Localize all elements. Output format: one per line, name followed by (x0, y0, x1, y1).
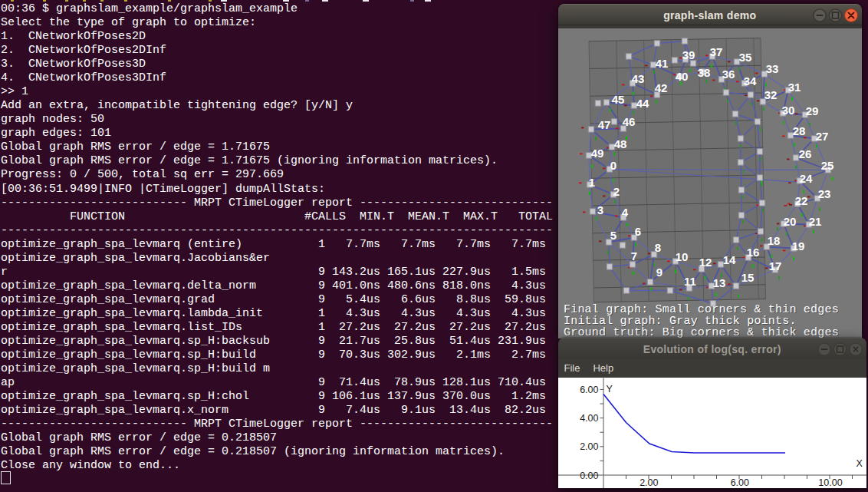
svg-text:4.00: 4.00 (580, 413, 598, 424)
svg-text:21: 21 (809, 215, 822, 228)
svg-text:43: 43 (632, 72, 645, 85)
svg-text:27: 27 (816, 130, 829, 143)
svg-text:0: 0 (610, 159, 616, 172)
svg-text:20: 20 (784, 215, 797, 228)
svg-text:49: 49 (591, 147, 604, 160)
svg-text:6.00: 6.00 (580, 385, 598, 395)
svg-text:6.00: 6.00 (730, 477, 748, 488)
svg-text:10: 10 (676, 250, 689, 263)
svg-text:19: 19 (792, 239, 805, 253)
svg-text:42: 42 (655, 81, 668, 94)
svg-text:35: 35 (739, 51, 752, 64)
svg-text:Ground truth: Big corners & th: Ground truth: Big corners & thick edges (564, 326, 839, 338)
svg-text:10.00: 10.00 (818, 477, 842, 488)
svg-text:47: 47 (598, 118, 611, 131)
svg-text:8: 8 (655, 241, 661, 254)
svg-text:11: 11 (684, 275, 696, 288)
svg-text:15: 15 (741, 271, 755, 284)
svg-text:44: 44 (636, 97, 649, 110)
svg-text:16: 16 (747, 246, 760, 259)
svg-text:29: 29 (806, 104, 819, 117)
svg-text:6: 6 (635, 225, 641, 238)
svg-text:28: 28 (793, 124, 806, 137)
svg-text:39: 39 (682, 48, 695, 61)
svg-text:33: 33 (766, 62, 779, 75)
svg-text:9: 9 (656, 266, 663, 279)
svg-text:14: 14 (723, 253, 736, 266)
svg-text:23: 23 (818, 187, 831, 200)
svg-text:12: 12 (699, 256, 712, 269)
svg-text:2.00: 2.00 (580, 441, 598, 452)
svg-text:48: 48 (614, 137, 627, 150)
svg-text:17: 17 (769, 259, 782, 272)
svg-text:5: 5 (610, 229, 616, 242)
svg-text:3: 3 (597, 203, 603, 216)
svg-text:Y: Y (606, 383, 613, 394)
svg-text:46: 46 (623, 115, 636, 128)
svg-text:24: 24 (800, 172, 813, 185)
svg-text:2: 2 (613, 185, 620, 198)
svg-text:41: 41 (656, 57, 669, 70)
svg-text:22: 22 (795, 194, 808, 207)
svg-text:26: 26 (799, 147, 812, 160)
svg-text:18: 18 (768, 234, 781, 247)
svg-text:32: 32 (764, 88, 778, 101)
svg-text:7: 7 (631, 249, 637, 263)
svg-text:X: X (856, 457, 863, 468)
svg-text:31: 31 (788, 81, 801, 94)
svg-text:13: 13 (713, 276, 726, 289)
svg-text:38: 38 (698, 66, 711, 79)
svg-text:2.00: 2.00 (639, 477, 658, 488)
svg-text:45: 45 (612, 93, 625, 106)
svg-text:37: 37 (710, 45, 723, 58)
svg-text:1: 1 (589, 176, 595, 189)
svg-text:25: 25 (821, 159, 834, 172)
svg-text:4: 4 (622, 206, 629, 219)
svg-text:34: 34 (744, 74, 757, 88)
svg-text:36: 36 (722, 68, 735, 81)
svg-text:40: 40 (676, 70, 689, 83)
svg-text:30: 30 (782, 104, 795, 117)
svg-text:0.00: 0.00 (580, 470, 598, 480)
